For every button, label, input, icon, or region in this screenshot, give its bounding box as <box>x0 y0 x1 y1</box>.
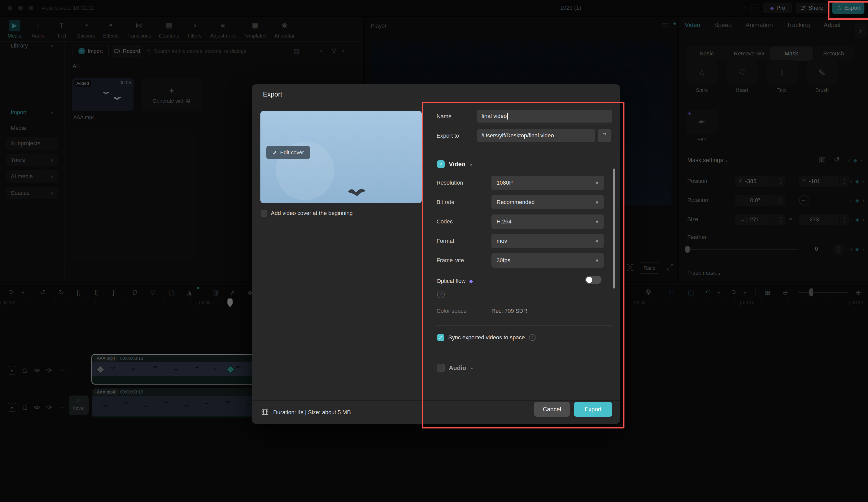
capcut-app: Auto saved: 16:32:11 1029 (1) ∨ ◆ Pro Sh… <box>0 0 868 502</box>
dialog-title: Export <box>263 90 282 98</box>
export-summary: Duration: 4s | Size: about 5 MB <box>273 409 351 416</box>
highlight-export-settings <box>422 102 624 429</box>
add-cover-row[interactable]: Add video cover at the beginning <box>261 210 353 216</box>
add-cover-checkbox[interactable] <box>261 210 267 216</box>
bird-silhouette <box>345 185 369 203</box>
highlight-export-button <box>828 1 868 20</box>
edit-cover-button[interactable]: Edit cover <box>266 146 310 159</box>
cover-preview: Edit cover <box>260 111 422 203</box>
pencil-icon <box>272 150 278 155</box>
film-icon <box>261 408 269 416</box>
